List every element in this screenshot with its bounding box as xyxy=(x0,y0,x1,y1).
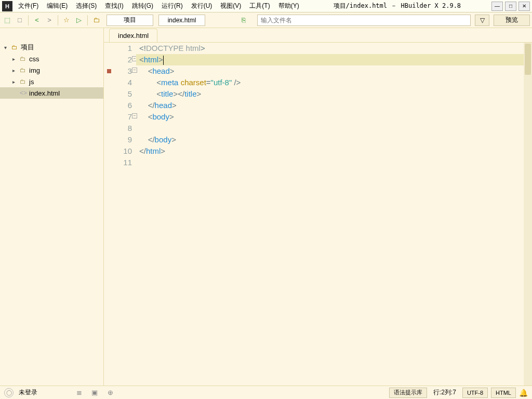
code-line[interactable]: </html> xyxy=(136,145,532,157)
code-line[interactable]: <!DOCTYPE html> xyxy=(136,43,532,54)
globe-icon[interactable]: ⊕ xyxy=(105,388,115,398)
tree-folder-label: js xyxy=(29,78,34,86)
code-line[interactable]: <meta charset="utf-8" /> xyxy=(136,77,532,88)
menu-选择(S)[interactable]: 选择(S) xyxy=(72,0,100,12)
chevron-right-icon: ▸ xyxy=(12,79,20,85)
project-explorer: ▾ 🗀 项目 ▸🗀css▸🗀img▸🗀js <> index.html xyxy=(0,28,104,385)
window-title: 项目/index.html － HBuilder X 2.9.8 xyxy=(303,2,491,10)
tree-root[interactable]: ▾ 🗀 项目 xyxy=(0,42,103,53)
main-area: ▾ 🗀 项目 ▸🗀css▸🗀img▸🗀js <> index.html inde… xyxy=(0,28,532,385)
editor-tabs: index.html xyxy=(104,28,532,43)
back-icon[interactable]: < xyxy=(32,15,42,25)
tree-folder-img[interactable]: ▸🗀img xyxy=(0,64,103,76)
terminal-icon[interactable]: ▣ xyxy=(89,388,100,398)
login-status[interactable]: 未登录 xyxy=(19,388,37,397)
tree-root-label: 项目 xyxy=(21,43,34,52)
code-line[interactable]: </head> xyxy=(136,100,532,111)
app-logo-icon: H xyxy=(2,1,12,11)
separator xyxy=(58,15,58,25)
breadcrumb-file[interactable]: index.html xyxy=(158,15,205,26)
chevron-right-icon: ▸ xyxy=(12,68,20,73)
search-input[interactable] xyxy=(257,15,471,26)
code-line[interactable] xyxy=(136,123,532,134)
tree-folder-js[interactable]: ▸🗀js xyxy=(0,76,103,87)
run-icon[interactable]: ▷ xyxy=(74,15,84,25)
locate-icon[interactable]: ⎘ xyxy=(238,15,249,25)
code-line[interactable]: <title></title> xyxy=(136,88,532,100)
folder-icon: 🗀 xyxy=(20,78,29,85)
tree-folder-label: img xyxy=(29,66,40,74)
status-bar: ◯ 未登录 ≣ ▣ ⊕ 语法提示库 行:2列:7 UTF-8 HTML 🔔 xyxy=(0,385,532,399)
menu-编辑(E)[interactable]: 编辑(E) xyxy=(43,0,71,12)
editor-pane: index.html 12−3−4567−891011 <!DOCTYPE ht… xyxy=(104,28,532,385)
menu-跳转(G)[interactable]: 跳转(G) xyxy=(128,0,157,12)
language-button[interactable]: HTML xyxy=(491,388,516,398)
code-line[interactable] xyxy=(136,157,532,168)
menu-工具(T)[interactable]: 工具(T) xyxy=(246,0,273,12)
bell-icon[interactable]: 🔔 xyxy=(519,389,528,397)
menu-帮助(Y)[interactable]: 帮助(Y) xyxy=(275,0,303,12)
chevron-down-icon: ▾ xyxy=(4,45,11,50)
maximize-button[interactable]: □ xyxy=(505,2,516,11)
folder-icon: 🗀 xyxy=(20,66,29,74)
menu-发行(U)[interactable]: 发行(U) xyxy=(188,0,216,12)
cursor-position: 行:2列:7 xyxy=(430,388,459,397)
menu-视图(V)[interactable]: 视图(V) xyxy=(217,0,245,12)
folder-open-icon: 🗀 xyxy=(11,44,21,51)
preview-button[interactable]: 预览 xyxy=(494,15,530,26)
tree-folder-css[interactable]: ▸🗀css xyxy=(0,53,103,64)
scrollbar-thumb[interactable] xyxy=(525,44,531,75)
minimize-button[interactable]: — xyxy=(491,2,503,11)
toolbar: ⬚ □ < > ☆ ▷ 🗀 项目 index.html ⎘ ▽ 预览 xyxy=(0,12,532,28)
star-icon[interactable]: ☆ xyxy=(61,15,72,25)
breadcrumb-project[interactable]: 项目 xyxy=(107,15,153,26)
vertical-scrollbar[interactable] xyxy=(524,43,532,385)
gutter: 12−3−4567−891011 xyxy=(104,43,136,385)
tab-index-html[interactable]: index.html xyxy=(109,29,157,42)
code-line[interactable]: <html> xyxy=(136,54,532,65)
menu-运行(R)[interactable]: 运行(R) xyxy=(158,0,187,12)
filter-button[interactable]: ▽ xyxy=(475,15,489,26)
menu-查找(I)[interactable]: 查找(I) xyxy=(101,0,127,12)
syntax-button[interactable]: 语法提示库 xyxy=(389,388,427,398)
code-area[interactable]: <!DOCTYPE html><html> <head> <meta chars… xyxy=(136,43,532,385)
tree-file-label: index.html xyxy=(29,89,60,97)
titlebar: H 文件(F)编辑(E)选择(S)查找(I)跳转(G)运行(R)发行(U)视图(… xyxy=(0,0,532,12)
user-icon[interactable]: ◯ xyxy=(4,388,14,397)
window-controls: — □ ✕ xyxy=(491,2,532,11)
code-editor[interactable]: 12−3−4567−891011 <!DOCTYPE html><html> <… xyxy=(104,43,532,385)
tree-folder-label: css xyxy=(29,55,39,63)
code-line[interactable]: </body> xyxy=(136,134,532,145)
code-line[interactable]: <body> xyxy=(136,111,532,123)
menu-文件(F)[interactable]: 文件(F) xyxy=(15,0,42,12)
folder-icon: 🗀 xyxy=(20,55,29,62)
folder-icon[interactable]: 🗀 xyxy=(91,15,101,25)
forward-icon[interactable]: > xyxy=(44,15,55,25)
menu-bar: 文件(F)编辑(E)选择(S)查找(I)跳转(G)运行(R)发行(U)视图(V)… xyxy=(15,0,303,12)
list-icon[interactable]: ≣ xyxy=(74,388,84,398)
encoding-button[interactable]: UTF-8 xyxy=(462,388,488,398)
new-tab-icon[interactable]: ⬚ xyxy=(2,15,12,25)
close-button[interactable]: ✕ xyxy=(518,2,530,11)
code-line[interactable]: <head> xyxy=(136,65,532,77)
chevron-right-icon: ▸ xyxy=(12,56,20,62)
tree-file-index[interactable]: <> index.html xyxy=(0,87,103,99)
separator xyxy=(87,15,88,25)
separator xyxy=(28,15,29,25)
save-icon[interactable]: □ xyxy=(15,15,25,25)
file-icon: <> xyxy=(20,89,29,97)
